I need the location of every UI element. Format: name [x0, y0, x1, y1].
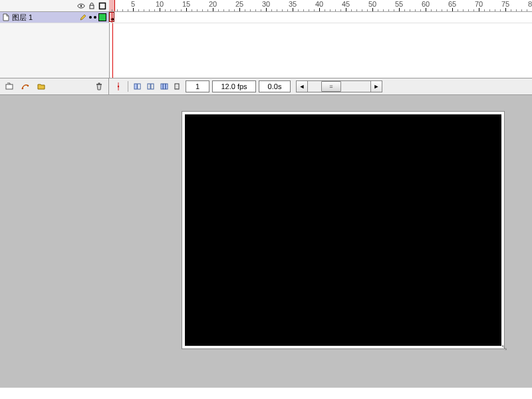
svg-rect-16 [164, 84, 166, 89]
ruler-tick-label: 50 [368, 0, 376, 8]
scroll-left-button[interactable]: ◄ [296, 80, 308, 92]
insert-layer-folder-button[interactable] [35, 80, 48, 93]
scroll-right-button[interactable]: ► [370, 80, 382, 92]
svg-point-5 [22, 88, 23, 89]
pencil-icon [79, 13, 87, 21]
frames-empty-area[interactable] [110, 23, 532, 78]
svg-rect-8 [98, 83, 100, 84]
current-frame-field[interactable]: 1 [186, 80, 209, 92]
scroll-thumb[interactable]: ≡ [321, 81, 341, 92]
svg-rect-3 [100, 3, 106, 9]
svg-point-6 [27, 85, 29, 86]
lock-dot[interactable] [94, 16, 96, 19]
frame-scrollbar[interactable]: ◄ ≡ ► [296, 80, 382, 92]
elapsed-time-field[interactable]: 0.0s [259, 80, 291, 92]
chevron-left-icon: ◄ [299, 83, 305, 90]
ruler-tick-label: 65 [448, 0, 456, 8]
modify-onion-markers-button[interactable]: : [171, 80, 184, 93]
ruler-tick-label: 55 [395, 0, 403, 8]
svg-rect-14 [151, 84, 154, 89]
svg-rect-11 [134, 84, 137, 89]
outline-icon[interactable] [98, 2, 106, 10]
ruler-tick-label: 20 [209, 0, 217, 8]
scroll-track[interactable]: ≡ [308, 80, 370, 92]
visible-dot[interactable] [89, 16, 92, 19]
ruler-tick-label: 5 [131, 0, 135, 8]
stage-border: ⤡ [182, 111, 505, 349]
svg-rect-13 [148, 84, 150, 89]
svg-text::: : [176, 84, 178, 89]
center-frame-button[interactable] [112, 80, 125, 93]
ruler-tick-label: 60 [422, 0, 430, 8]
layer-color-swatch[interactable] [98, 13, 106, 21]
eye-icon[interactable] [77, 2, 85, 10]
onion-skin-outlines-button[interactable] [144, 80, 158, 93]
layer-columns-header [0, 0, 109, 11]
timeline-status-bar: : 1 12.0 fps 0.0s ◄ ≡ ► [0, 78, 532, 95]
svg-rect-17 [166, 84, 168, 89]
ruler-tick-label: 30 [262, 0, 270, 8]
ruler-tick-label: 15 [182, 0, 190, 8]
svg-rect-15 [161, 84, 163, 89]
layer-1-frames[interactable] [109, 12, 532, 23]
ruler-tick-label: 75 [501, 0, 509, 8]
page-icon [2, 13, 10, 21]
layers-empty-area [0, 23, 110, 78]
layer-name[interactable]: 图层 1 [12, 13, 33, 23]
lock-icon[interactable] [88, 2, 96, 10]
svg-rect-4 [6, 84, 13, 89]
resize-handle-icon[interactable]: ⤡ [501, 342, 508, 352]
grip-icon: ≡ [322, 82, 340, 91]
ruler-tick-label: 40 [315, 0, 323, 8]
svg-rect-7 [96, 84, 102, 85]
framerate-field[interactable]: 12.0 fps [212, 80, 256, 92]
svg-rect-2 [90, 5, 94, 9]
onion-skin-button[interactable] [131, 80, 144, 93]
playhead-line [112, 12, 112, 23]
svg-point-1 [80, 5, 82, 7]
insert-layer-button[interactable] [3, 80, 16, 93]
ruler-tick-label: 10 [156, 0, 164, 8]
chevron-right-icon: ► [374, 83, 380, 90]
ruler-tick-label: 35 [289, 0, 297, 8]
stage-canvas[interactable] [185, 114, 501, 346]
ruler-tick-label: 70 [475, 0, 483, 8]
add-motion-guide-button[interactable] [19, 80, 32, 93]
layer-row-1[interactable]: 图层 1 [0, 12, 109, 23]
frame-ruler[interactable]: 5101520253035404550556065707580 [109, 0, 532, 11]
svg-rect-12 [138, 84, 140, 89]
ruler-tick-label: 25 [235, 0, 243, 8]
delete-layer-button[interactable] [92, 80, 106, 93]
ruler-tick-label: 80 [528, 0, 532, 8]
stage-workspace[interactable]: ⤡ [0, 95, 532, 388]
ruler-tick-label: 45 [342, 0, 350, 8]
edit-multiple-frames-button[interactable] [158, 80, 171, 93]
